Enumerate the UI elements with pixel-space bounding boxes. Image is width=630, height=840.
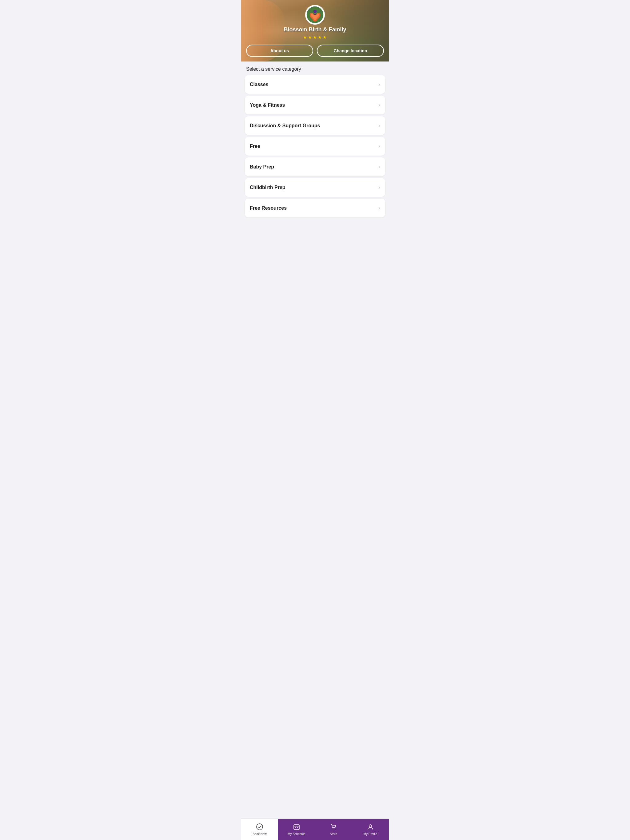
service-item-label-5: Childbirth Prep (250, 185, 285, 190)
star-4: ★ (318, 35, 322, 39)
hero-title: Blossom Birth & Family (283, 27, 346, 33)
main-content: Select a service category Classes › Yoga… (241, 62, 389, 243)
hero-banner: Blossom Birth & Family ★ ★ ★ ★ ★ About u… (241, 0, 389, 62)
brand-logo (305, 5, 325, 25)
service-item-label-6: Free Resources (250, 205, 287, 211)
star-5: ★ (323, 35, 327, 39)
section-heading: Select a service category (241, 62, 389, 75)
service-item-label-3: Free (250, 144, 260, 149)
service-list-item[interactable]: Classes › (245, 75, 385, 94)
chevron-right-icon: › (378, 143, 380, 149)
star-3: ★ (313, 35, 317, 39)
svg-point-7 (313, 9, 317, 13)
hero-action-buttons: About us Change location (241, 44, 389, 57)
service-category-list: Classes › Yoga & Fitness › Discussion & … (241, 75, 389, 219)
hero-content: Blossom Birth & Family ★ ★ ★ ★ ★ (283, 5, 346, 39)
service-list-item[interactable]: Discussion & Support Groups › (245, 116, 385, 135)
chevron-right-icon: › (378, 164, 380, 170)
star-2: ★ (308, 35, 312, 39)
service-item-label-1: Yoga & Fitness (250, 103, 285, 108)
service-item-label-4: Baby Prep (250, 164, 274, 170)
service-list-item[interactable]: Yoga & Fitness › (245, 96, 385, 114)
service-list-item[interactable]: Free Resources › (245, 199, 385, 217)
chevron-right-icon: › (378, 81, 380, 88)
chevron-right-icon: › (378, 184, 380, 191)
service-item-label-2: Discussion & Support Groups (250, 123, 320, 128)
service-list-item[interactable]: Childbirth Prep › (245, 178, 385, 197)
about-us-button[interactable]: About us (246, 44, 313, 57)
service-list-item[interactable]: Free › (245, 137, 385, 156)
service-list-item[interactable]: Baby Prep › (245, 158, 385, 176)
service-item-label-0: Classes (250, 82, 269, 87)
chevron-right-icon: › (378, 102, 380, 108)
star-1: ★ (303, 35, 307, 39)
chevron-right-icon: › (378, 205, 380, 211)
chevron-right-icon: › (378, 122, 380, 129)
change-location-button[interactable]: Change location (317, 44, 384, 57)
star-rating: ★ ★ ★ ★ ★ (303, 35, 327, 39)
